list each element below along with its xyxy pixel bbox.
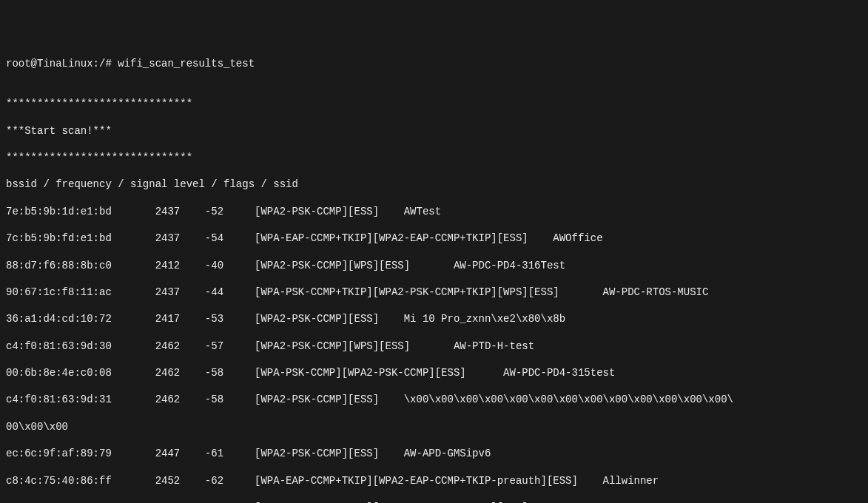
scan-row: c4:f0:81:63:9d:30 2462 -57 [WPA2-PSK-CCM… [6,340,862,353]
scan-row-continuation: 00\x00\x00 [6,420,862,433]
scan-row: ec:6c:9f:af:89:79 2447 -61 [WPA2-PSK-CCM… [6,447,862,460]
scan-row: c8:4c:75:40:86:ff 2452 -62 [WPA-EAP-CCMP… [6,474,862,487]
scan-row: 88:d7:f6:88:8b:c0 2412 -40 [WPA2-PSK-CCM… [6,259,862,272]
start-scan-line: ***Start scan!*** [6,124,862,138]
scan-header-line: bssid / frequency / signal level / flags… [6,178,862,191]
shell-prompt-line: root@TinaLinux:/# wifi_scan_results_test [6,57,862,70]
scan-row: 7e:b5:9b:1d:e1:bd 2437 -52 [WPA2-PSK-CCM… [6,205,862,218]
scan-row: 00:6b:8e:4e:c0:08 2462 -58 [WPA-PSK-CCMP… [6,366,862,379]
scan-row: 90:67:1c:f8:11:ac 2437 -44 [WPA-PSK-CCMP… [6,286,862,299]
stars-line: ****************************** [6,97,862,110]
scan-row: 36:a1:d4:cd:10:72 2417 -53 [WPA2-PSK-CCM… [6,312,862,325]
scan-row: c4:f0:81:63:9d:31 2462 -58 [WPA2-PSK-CCM… [6,393,862,406]
scan-row: 7c:b5:9b:fd:e1:bd 2437 -54 [WPA-EAP-CCMP… [6,232,862,245]
stars-line: ****************************** [6,151,862,164]
